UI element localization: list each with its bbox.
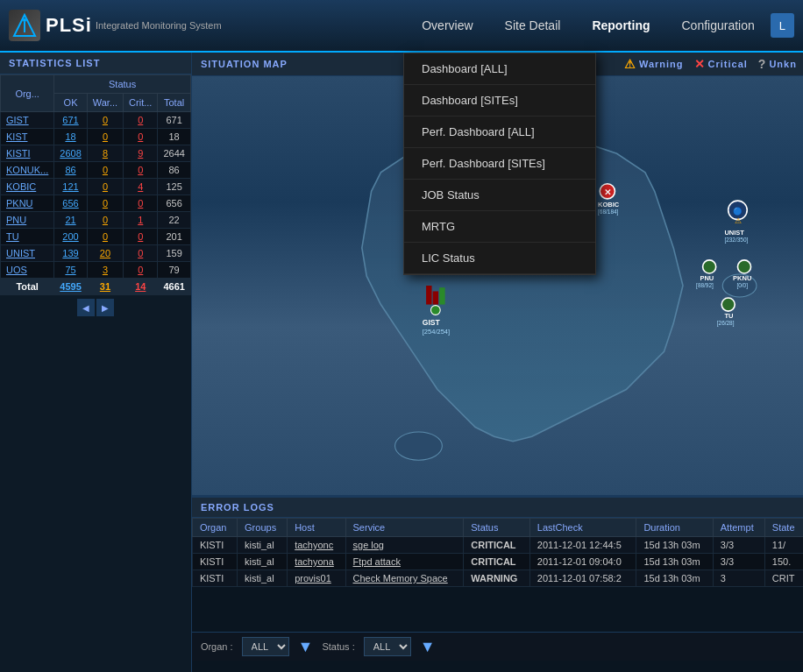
cell-ok[interactable]: 18 bbox=[54, 129, 87, 145]
cell-crit[interactable]: 0 bbox=[124, 129, 158, 145]
log-service[interactable]: Ftpd attack bbox=[345, 554, 464, 570]
log-groups: kisti_al bbox=[238, 570, 288, 587]
cell-org[interactable]: PKNU bbox=[1, 195, 54, 212]
cell-warn[interactable]: 0 bbox=[87, 195, 123, 212]
error-logs-title: ERROR LOGS bbox=[192, 498, 803, 518]
log-attempt: 3/3 bbox=[713, 554, 764, 570]
log-host[interactable]: tachyona bbox=[288, 554, 345, 570]
cell-warn[interactable]: 0 bbox=[87, 229, 123, 245]
cell-warn[interactable]: 0 bbox=[87, 212, 123, 229]
cell-warn[interactable]: 8 bbox=[87, 145, 123, 162]
table-row-total: Total 4595 31 14 4661 bbox=[1, 279, 191, 295]
cell-org[interactable]: PNU bbox=[1, 212, 54, 229]
main-layout: STATISTICS LIST Org... Status OK War... … bbox=[0, 53, 803, 672]
status-filter-label: Status : bbox=[322, 641, 354, 652]
svg-rect-6 bbox=[432, 291, 437, 304]
status-filter-select[interactable]: ALL bbox=[364, 637, 411, 656]
cell-crit[interactable]: 0 bbox=[124, 112, 158, 129]
cell-warn[interactable]: 0 bbox=[87, 162, 123, 179]
cell-crit[interactable]: 0 bbox=[124, 229, 158, 245]
nav-reporting[interactable]: Reporting bbox=[576, 0, 665, 52]
log-col-status: Status bbox=[464, 519, 530, 537]
log-groups: kisti_al bbox=[238, 554, 288, 570]
cell-org[interactable]: UNIST bbox=[1, 245, 54, 262]
cell-ok[interactable]: 139 bbox=[54, 245, 87, 262]
cell-org[interactable]: TU bbox=[1, 229, 54, 245]
cell-warn[interactable]: 20 bbox=[87, 245, 123, 262]
cell-warn[interactable]: 0 bbox=[87, 129, 123, 145]
dropdown-item-0[interactable]: Dashboard [ALL] bbox=[404, 53, 595, 85]
col-total: Total bbox=[158, 94, 190, 112]
cell-ok[interactable]: 200 bbox=[54, 229, 87, 245]
log-service[interactable]: sge log bbox=[345, 537, 464, 554]
log-host[interactable]: tachyonc bbox=[288, 537, 345, 554]
cell-crit[interactable]: 1 bbox=[124, 212, 158, 229]
cell-ok[interactable]: 2608 bbox=[54, 145, 87, 162]
cell-total: 2644 bbox=[158, 145, 190, 162]
cell-org[interactable]: UOS bbox=[1, 262, 54, 279]
cell-ok[interactable]: 121 bbox=[54, 179, 87, 195]
log-service[interactable]: Check Memory Space bbox=[345, 570, 464, 587]
nav-overview[interactable]: Overview bbox=[406, 0, 488, 52]
unkn-icon: ? bbox=[758, 57, 767, 71]
nav-bar: Overview Site Detail Reporting Configura… bbox=[406, 0, 794, 52]
login-button[interactable]: L bbox=[771, 13, 794, 38]
table-row: PKNU 656 0 0 656 bbox=[1, 195, 191, 212]
tu-pin[interactable]: TU [26/28] bbox=[717, 298, 735, 327]
page-prev[interactable]: ◀ bbox=[77, 299, 95, 316]
log-state: 11/ bbox=[764, 537, 803, 554]
col-critical: Crit... bbox=[124, 94, 158, 112]
dropdown-item-6[interactable]: LIC Status bbox=[404, 243, 595, 274]
log-table-wrapper[interactable]: Organ Groups Host Service Status LastChe… bbox=[192, 518, 803, 632]
table-row: KISTI 2608 8 9 2644 bbox=[1, 145, 191, 162]
dropdown-item-3[interactable]: Perf. Dashboard [SITEs] bbox=[404, 148, 595, 180]
cell-crit[interactable]: 0 bbox=[124, 262, 158, 279]
dropdown-item-4[interactable]: JOB Status bbox=[404, 180, 595, 211]
log-groups: kisti_al bbox=[238, 537, 288, 554]
cell-warn[interactable]: 3 bbox=[87, 262, 123, 279]
organ-dropdown-icon: ▼ bbox=[298, 638, 314, 656]
cell-ok[interactable]: 671 bbox=[54, 112, 87, 129]
cell-org[interactable]: KISTI bbox=[1, 145, 54, 162]
cell-ok[interactable]: 86 bbox=[54, 162, 87, 179]
log-col-attempt: Attempt bbox=[713, 519, 764, 537]
log-host[interactable]: provis01 bbox=[288, 570, 345, 587]
cell-org[interactable]: KONUK... bbox=[1, 162, 54, 179]
cell-total-ok: 4595 bbox=[54, 279, 87, 295]
log-attempt: 3 bbox=[713, 570, 764, 587]
organ-filter-select[interactable]: ALL bbox=[242, 637, 289, 656]
cell-crit[interactable]: 0 bbox=[124, 195, 158, 212]
cell-crit[interactable]: 0 bbox=[124, 162, 158, 179]
cell-ok[interactable]: 656 bbox=[54, 195, 87, 212]
svg-text:[26/28]: [26/28] bbox=[717, 320, 735, 327]
dropdown-item-1[interactable]: Dashboard [SITEs] bbox=[404, 85, 595, 117]
cell-crit[interactable]: 4 bbox=[124, 179, 158, 195]
svg-text:🔵: 🔵 bbox=[733, 207, 743, 216]
legend-unknown-label: Unkn bbox=[769, 59, 797, 69]
log-col-service: Service bbox=[345, 519, 464, 537]
cell-crit[interactable]: 0 bbox=[124, 245, 158, 262]
svg-text:⚠: ⚠ bbox=[735, 216, 742, 225]
svg-text:[88/92]: [88/92] bbox=[696, 282, 714, 289]
cell-org[interactable]: GIST bbox=[1, 112, 54, 129]
cell-total: 159 bbox=[158, 245, 190, 262]
cell-warn[interactable]: 0 bbox=[87, 112, 123, 129]
cell-ok[interactable]: 75 bbox=[54, 262, 87, 279]
dropdown-item-2[interactable]: Perf. Dashboard [ALL] bbox=[404, 117, 595, 148]
page-next[interactable]: ▶ bbox=[96, 299, 114, 316]
cell-crit[interactable]: 9 bbox=[124, 145, 158, 162]
cell-ok[interactable]: 21 bbox=[54, 212, 87, 229]
pnu-pin[interactable]: PNU [88/92] bbox=[696, 260, 716, 289]
cell-org[interactable]: KIST bbox=[1, 129, 54, 145]
unist-pin[interactable]: 🔵 ⚠ UNIST [232/350] bbox=[724, 201, 748, 244]
log-organ: KISTI bbox=[192, 570, 237, 587]
svg-point-24 bbox=[702, 260, 715, 273]
svg-text:[232/350]: [232/350] bbox=[724, 237, 748, 244]
nav-site-detail[interactable]: Site Detail bbox=[489, 0, 577, 52]
nav-configuration[interactable]: Configuration bbox=[665, 0, 770, 52]
dropdown-item-5[interactable]: MRTG bbox=[404, 211, 595, 243]
cell-warn[interactable]: 0 bbox=[87, 179, 123, 195]
cell-org[interactable]: KOBIC bbox=[1, 179, 54, 195]
organ-filter-label: Organ : bbox=[201, 641, 233, 652]
log-status: CRITICAL bbox=[464, 554, 530, 570]
